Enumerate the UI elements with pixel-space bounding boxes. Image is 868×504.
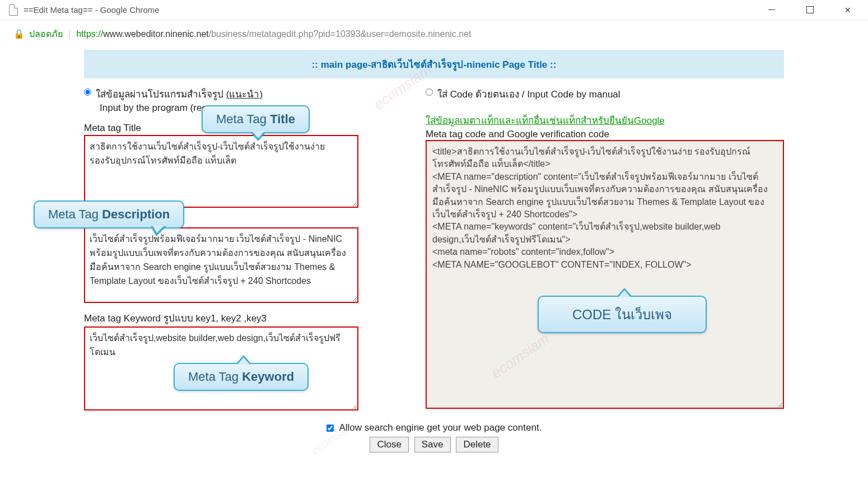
input-by-program-radio[interactable] (84, 88, 91, 96)
maximize-button[interactable] (799, 2, 821, 18)
window-title: ==Edit Meta tag== - Google Chrome (24, 5, 760, 15)
close-window-button[interactable] (837, 2, 859, 18)
meta-description-input[interactable] (84, 227, 358, 303)
titlebar: ==Edit Meta tag== - Google Chrome (0, 0, 868, 20)
input-by-manual-radio[interactable] (426, 88, 433, 96)
address-divider: | (68, 29, 71, 39)
url-path: /business/metatagedit.php?pid=10393&user… (209, 29, 472, 39)
input-by-program-label: ใส่ข้อมูลผ่านโปรแกรมสำเร็จรูป (แนะนำ) (96, 86, 263, 101)
allow-search-engine-checkbox[interactable] (326, 424, 334, 432)
url[interactable]: https://www.webeditor.ninenic.net/busine… (76, 29, 471, 39)
save-button[interactable]: Save (414, 437, 451, 452)
delete-button[interactable]: Delete (456, 437, 498, 452)
meta-keyword-label: Meta tag Keyword รูปแบบ key1, key2 ,key3 (84, 310, 403, 325)
google-verify-hint: ใส่ข้อมูลเมตาแท็กและแท็กอื่นเช่นแท็กสำหร… (426, 113, 784, 128)
document-icon (9, 4, 18, 16)
callout-code: CODE ในเว็บเพจ (538, 296, 707, 333)
url-https: https:// (76, 29, 103, 39)
callout-meta-title: Meta Tag Title (202, 105, 310, 133)
footer: Allow search engine get your web page co… (84, 422, 784, 452)
input-by-manual-label: ใส่ Code ด้วยตนเอง / Input Code by manua… (437, 86, 620, 101)
address-bar: 🔒 ปลอดภัย | https://www.webeditor.nineni… (0, 20, 868, 50)
minimize-button[interactable] (760, 2, 783, 18)
right-column: ใส่ Code ด้วยตนเอง / Input Code by manua… (426, 86, 784, 412)
close-button[interactable]: Close (370, 437, 408, 452)
window-controls (760, 2, 864, 18)
lock-icon: 🔒 (13, 29, 25, 39)
callout-meta-keyword: Meta Tag Keyword (174, 363, 309, 391)
page-title: :: main page-สาธิตเว็บไซต์สำเร็จรูป-nine… (84, 50, 784, 78)
url-host: www.webeditor.ninenic.net (103, 29, 209, 39)
meta-code-input[interactable] (426, 140, 784, 409)
meta-code-label: Meta tag code and Google verification co… (426, 129, 784, 140)
callout-meta-description: Meta Tag Description (34, 200, 184, 228)
allow-search-engine-label: Allow search engine get your web page co… (326, 422, 542, 433)
secure-label: ปลอดภัย (29, 27, 63, 41)
meta-title-input[interactable] (84, 135, 358, 208)
